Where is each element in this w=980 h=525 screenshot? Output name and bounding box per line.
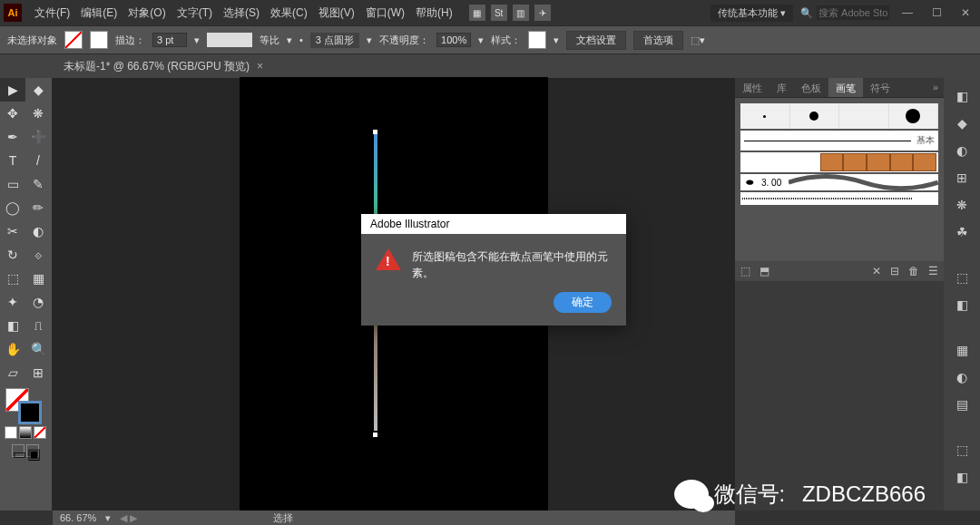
brush-dot-1[interactable] — [763, 115, 766, 118]
stroke-color[interactable] — [18, 401, 42, 424]
none-mode[interactable] — [34, 426, 46, 439]
tab-close-icon[interactable]: × — [257, 60, 263, 73]
shape-builder-tool[interactable]: ▦ — [25, 267, 51, 290]
menu-edit[interactable]: 编辑(E) — [75, 5, 122, 21]
tab-brushes[interactable]: 画笔 — [828, 78, 863, 97]
fill-stroke-swatches[interactable] — [0, 388, 51, 424]
scale-tool[interactable]: ↻ — [0, 243, 25, 267]
rotate-tool[interactable]: ◐ — [25, 219, 51, 243]
menu-effect[interactable]: 效果(C) — [265, 5, 313, 21]
mesh-tool[interactable]: ◔ — [25, 290, 51, 314]
align-icon[interactable]: ⬚▾ — [691, 34, 705, 46]
gpu-icon[interactable]: ✈ — [534, 5, 551, 21]
menu-file[interactable]: 文件(F) — [29, 5, 75, 21]
brush-options-icon[interactable]: ⊟ — [890, 265, 899, 277]
lasso-tool[interactable]: ❋ — [25, 102, 51, 125]
menu-object[interactable]: 对象(O) — [122, 5, 171, 21]
rail-gradient-icon[interactable]: ◧ — [949, 292, 975, 317]
ellipse-tool[interactable]: ◯ — [0, 196, 25, 219]
tab-libraries[interactable]: 库 — [769, 78, 794, 97]
rectangle-tool[interactable]: ▭ — [0, 172, 25, 196]
rail-color-icon[interactable]: ◧ — [949, 83, 975, 109]
tab-swatches[interactable]: 色板 — [794, 78, 828, 97]
rail-artboards-icon[interactable]: ◧ — [949, 464, 975, 490]
selection-tool[interactable]: ▶ — [0, 78, 25, 102]
ok-button[interactable]: 确定 — [554, 292, 612, 313]
pencil-tool[interactable]: ✏ — [25, 196, 51, 219]
brush-basic[interactable]: 基本 — [740, 131, 938, 151]
color-mode[interactable] — [5, 426, 17, 439]
direct-select-tool[interactable]: ◆ — [25, 78, 51, 102]
tab-overflow[interactable]: » — [927, 78, 944, 97]
stroke-weight[interactable]: 3 pt — [152, 33, 187, 47]
curvature-tool[interactable]: ➕ — [25, 125, 51, 149]
anchor-top[interactable] — [373, 130, 377, 134]
brush-dot-4[interactable] — [906, 109, 920, 123]
type-tool[interactable]: T — [0, 149, 25, 172]
rail-symbols-icon[interactable]: ☘ — [949, 219, 975, 245]
magic-wand-tool[interactable]: ✥ — [0, 102, 25, 125]
slice-tool[interactable]: ⊞ — [25, 361, 51, 384]
full-screen[interactable]: ▣ — [26, 444, 39, 457]
tab-properties[interactable]: 属性 — [735, 78, 769, 97]
rail-stroke-icon[interactable]: ⊞ — [949, 165, 975, 190]
brush-dot-3[interactable] — [839, 103, 889, 129]
document-tab[interactable]: 未标题-1* @ 66.67% (RGB/GPU 预览) × — [54, 55, 272, 78]
window-close[interactable]: ✕ — [955, 6, 976, 19]
brush-preset-row[interactable] — [740, 103, 938, 129]
hand-tool[interactable]: ✋ — [0, 337, 25, 361]
doc-setup-button[interactable]: 文档设置 — [566, 31, 626, 50]
stroke-swatch[interactable] — [90, 31, 108, 49]
zoom-level[interactable]: 66. 67% — [60, 512, 96, 523]
perspective-tool[interactable]: ✦ — [0, 290, 25, 314]
menu-view[interactable]: 视图(V) — [313, 5, 360, 21]
free-transform-tool[interactable]: ⬚ — [0, 267, 25, 290]
stock-search[interactable]: 🔍 — [800, 5, 889, 20]
menu-type[interactable]: 文字(T) — [172, 5, 218, 21]
rail-brushes-icon[interactable]: ❋ — [949, 192, 975, 218]
prefs-button[interactable]: 首选项 — [633, 31, 683, 50]
artboard-tool[interactable]: ▱ — [0, 361, 25, 384]
menu-window[interactable]: 窗口(W) — [360, 5, 410, 21]
brush-delete-icon[interactable]: ☰ — [928, 265, 938, 277]
brush-def[interactable]: 3 点圆形 — [310, 33, 359, 48]
window-minimize[interactable]: — — [897, 6, 918, 19]
width-tool[interactable]: ⟐ — [25, 243, 51, 267]
brush-calligraphic[interactable]: ⬬3. 00 — [740, 174, 938, 190]
brush-lib-icon[interactable]: ⬚ — [740, 265, 750, 277]
zoom-tool[interactable]: 🔍 — [25, 337, 51, 361]
opacity-field[interactable]: 100% — [436, 33, 471, 47]
artboard-nav[interactable]: ◀ ▶ — [120, 512, 137, 524]
scissors-tool[interactable]: ✂ — [0, 219, 25, 243]
profile-preview[interactable] — [207, 33, 252, 47]
stock-search-input[interactable] — [817, 5, 889, 20]
rail-cc-icon[interactable]: ◐ — [949, 138, 975, 163]
bridge-icon[interactable]: ▦ — [469, 5, 485, 21]
gradient-mode[interactable] — [19, 426, 32, 439]
normal-screen[interactable]: ▭ — [12, 444, 24, 457]
rail-layers-icon[interactable]: ▤ — [949, 392, 975, 417]
rail-asset-export-icon[interactable]: ⬚ — [949, 437, 975, 462]
brush-lib2-icon[interactable]: ⬒ — [760, 265, 769, 277]
fill-swatch[interactable] — [64, 31, 83, 49]
stock-icon[interactable]: St — [491, 5, 507, 21]
rail-colorguide-icon[interactable]: ◆ — [949, 111, 975, 136]
gradient-tool[interactable]: ◧ — [0, 314, 25, 337]
brush-pattern[interactable] — [740, 152, 938, 172]
pen-tool[interactable]: ✒ — [0, 125, 25, 149]
menu-select[interactable]: 选择(S) — [218, 5, 265, 21]
eyedropper-tool[interactable]: ⎍ — [25, 314, 51, 337]
rail-graphic-styles-icon[interactable]: ◐ — [949, 365, 975, 390]
anchor-bottom[interactable] — [373, 433, 377, 437]
rail-appearance-icon[interactable]: ▦ — [949, 337, 975, 363]
brush-tool[interactable]: ✎ — [25, 172, 51, 196]
style-swatch[interactable] — [528, 31, 546, 49]
brush-remove-icon[interactable]: ✕ — [872, 265, 881, 277]
brush-dot-2[interactable] — [809, 112, 818, 121]
line-tool[interactable]: / — [25, 149, 51, 172]
workspace-switcher[interactable]: 传统基本功能 ▾ — [710, 5, 793, 22]
arrange-icon[interactable]: ▥ — [513, 5, 529, 21]
stroke-arrow[interactable]: ▾ — [194, 34, 200, 46]
rail-transparency-icon[interactable]: ⬚ — [949, 265, 975, 290]
brush-charcoal[interactable] — [740, 192, 938, 205]
